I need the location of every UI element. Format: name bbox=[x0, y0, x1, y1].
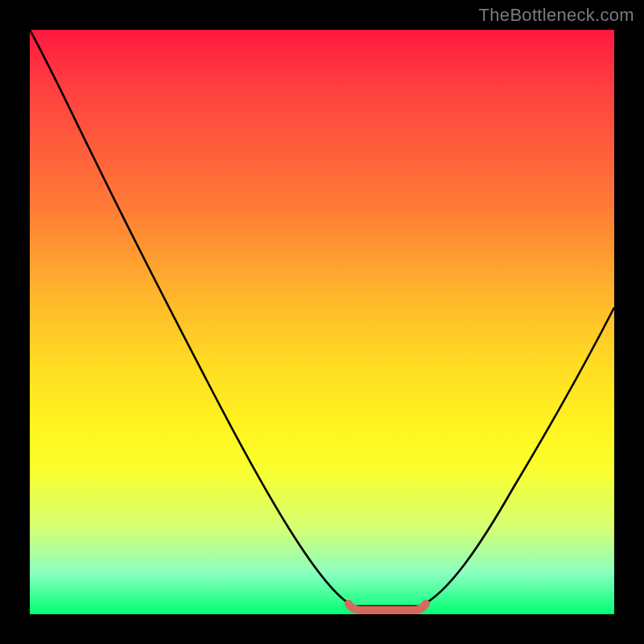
chart-plot-area bbox=[30, 30, 614, 614]
optimal-range-marker bbox=[349, 604, 426, 610]
chart-frame: TheBottleneck.com bbox=[0, 0, 644, 644]
bottleneck-curve bbox=[30, 30, 614, 606]
watermark-text: TheBottleneck.com bbox=[479, 5, 634, 26]
chart-svg bbox=[30, 30, 614, 614]
